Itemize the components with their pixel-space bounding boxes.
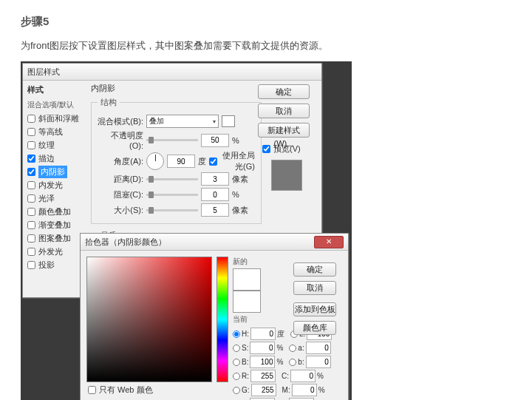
style-item[interactable]: 颜色叠加 [27,205,85,218]
style-item[interactable]: 等高线 [27,125,85,138]
choke-slider[interactable] [146,194,198,196]
style-item[interactable]: 光泽 [27,191,85,205]
br-input[interactable] [250,356,275,368]
choke-label: 阻塞(C): [98,189,143,200]
global-light-checkbox[interactable]: 使用全局光(G) [209,155,255,168]
r-radio[interactable] [233,373,240,380]
styles-header: 样式 [27,84,85,95]
opacity-unit: % [232,136,239,145]
angle-input[interactable] [167,155,195,168]
picker-titlebar: 拾色器（内阴影颜色） ✕ [81,234,348,251]
r-input[interactable] [250,370,276,382]
distance-label: 距离(D): [98,174,143,185]
size-label: 大小(S): [98,205,143,216]
cancel-button[interactable]: 取消 [258,104,310,118]
current-color-label: 当前 [233,314,248,325]
distance-slider[interactable] [146,178,198,180]
picker-cancel-button[interactable]: 取消 [293,281,336,295]
style-item[interactable]: 内发光 [27,178,85,191]
distance-input[interactable] [201,172,229,186]
b2-radio[interactable] [289,359,296,366]
choke-input[interactable] [201,188,229,201]
styles-sidebar: 样式 混合选项/默认 斜面和浮雕等高线纹理描边内阴影内发光光泽颜色叠加渐变叠加图… [27,84,85,271]
h-input[interactable] [250,328,276,340]
step-desc: 为front图层按下设置图层样式，其中图案叠加需要下载前文提供的资源。 [21,39,511,52]
style-item[interactable]: 外发光 [27,245,85,258]
hue-slider[interactable] [216,257,228,382]
size-unit: 像素 [232,205,248,216]
style-item[interactable]: 斜面和浮雕 [27,112,85,125]
a-radio[interactable] [289,345,296,352]
picker-title: 拾色器（内阴影颜色） [85,237,166,248]
color-lib-button[interactable]: 颜色库 [293,321,336,335]
new-color-swatch [233,268,261,291]
new-style-button[interactable]: 新建样式(W)... [258,123,310,138]
opacity-slider[interactable] [146,139,198,141]
picker-ok-button[interactable]: 确定 [293,262,336,277]
style-item[interactable]: 纹理 [27,138,85,152]
web-only-checkbox[interactable]: 只有 Web 颜色 [88,383,153,396]
angle-label: 角度(A): [98,156,143,167]
structure-legend: 结构 [98,97,120,108]
distance-unit: 像素 [232,174,248,185]
angle-unit: 度 [198,156,206,167]
c-input[interactable] [290,370,316,382]
opacity-label: 不透明度(O): [98,130,143,150]
g-input[interactable] [251,384,276,396]
new-color-label: 新的 [233,257,248,267]
panel-title: 内阴影 [91,83,239,94]
preview-swatch [271,160,302,191]
blend-default[interactable]: 混合选项/默认 [27,98,85,112]
m-input[interactable] [292,384,317,396]
step-title: 步骤5 [21,15,511,29]
shadow-color-swatch[interactable] [222,115,235,127]
g-radio[interactable] [233,387,240,394]
dialog-title: 图层样式 [27,67,60,78]
close-icon[interactable]: ✕ [314,236,344,248]
color-field[interactable] [86,257,212,382]
dialog-right-buttons: 确定 取消 新建样式(W)... 预览(V) [258,84,316,195]
h-radio[interactable] [233,330,240,338]
current-color-swatch [233,291,261,313]
s-input[interactable] [250,342,275,354]
blend-mode-select[interactable]: 叠加 [146,115,219,128]
angle-dial[interactable] [146,152,164,170]
preview-checkbox[interactable]: 预览(V) [262,142,316,155]
add-swatch-button[interactable]: 添加到色板 [293,302,336,316]
style-item[interactable]: 渐变叠加 [27,218,85,231]
b-radio[interactable] [233,359,240,366]
blend-mode-label: 混合模式(B): [98,116,143,127]
style-item[interactable]: 投影 [27,258,85,271]
size-input[interactable] [201,203,229,217]
color-picker-dialog: 拾色器（内阴影颜色） ✕ 确定 取消 添加到色板 颜色库 新的 [80,233,349,400]
a-input[interactable] [306,342,331,354]
s-radio[interactable] [233,345,240,352]
style-item[interactable]: 图案叠加 [27,231,85,245]
structure-group: 结构 混合模式(B): 叠加 不透明度(O): % 角度(A): [91,97,262,224]
screenshot-area: 图层样式 样式 混合选项/默认 斜面和浮雕等高线纹理描边内阴影内发光光泽颜色叠加… [21,61,352,400]
size-slider[interactable] [146,209,198,211]
style-item[interactable]: 内阴影 [27,165,85,178]
opacity-input[interactable] [201,134,229,147]
style-item[interactable]: 描边 [27,152,85,165]
choke-unit: % [232,190,239,199]
b2-input[interactable] [306,356,331,368]
dialog-titlebar: 图层样式 [23,64,321,81]
ok-button[interactable]: 确定 [258,84,310,99]
